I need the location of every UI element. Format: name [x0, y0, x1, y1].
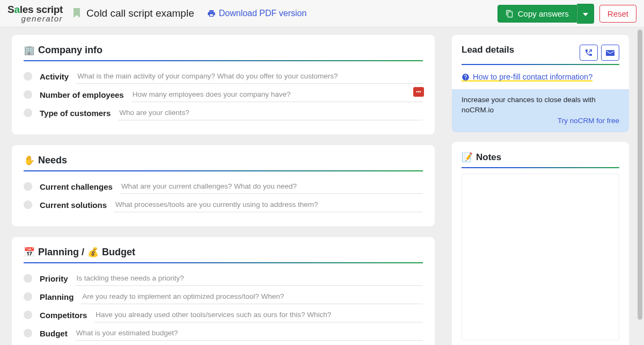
field-input-challenges[interactable] [120, 179, 423, 194]
copy-icon [506, 10, 514, 18]
field-customers: Type of customers [24, 105, 423, 120]
question-circle-icon [462, 73, 470, 81]
download-pdf-link[interactable]: Download PDF version [207, 9, 307, 18]
sidebar-column: Lead details How to pre-fill contact inf… [452, 35, 636, 345]
field-planning: Planning [24, 289, 423, 304]
logo-text-s: S [8, 4, 14, 15]
scrollbar-thumb[interactable] [638, 30, 642, 320]
field-label: Current solutions [40, 200, 107, 210]
lead-details-title: Lead details [462, 45, 514, 55]
copy-answers-button[interactable]: Copy answers [497, 5, 577, 23]
field-competitors: Competitors [24, 307, 423, 322]
field-label: Activity [40, 72, 69, 81]
section-needs: ✋ Needs Current challenges Current solut… [12, 145, 435, 226]
section-title: Company info [38, 45, 103, 56]
phone-button[interactable] [580, 45, 598, 61]
field-radio[interactable] [24, 311, 32, 319]
main-column: 🏢 Company info Activity Number of employ… [12, 35, 437, 345]
section-planning-budget: 📅 Planning / 💰 Budget Priority Planning … [12, 237, 435, 345]
field-challenges: Current challenges [24, 179, 423, 194]
reset-button[interactable]: Reset [599, 5, 636, 23]
building-icon: 🏢 [24, 45, 35, 56]
print-icon [207, 9, 216, 18]
phone-arrow-icon [584, 48, 593, 57]
field-solutions: Current solutions [24, 197, 423, 212]
field-radio[interactable] [24, 200, 32, 209]
logo-subtext: generator [8, 15, 63, 23]
bookmark-icon[interactable] [72, 8, 81, 20]
promo-banner: Increase your chances to close deals wit… [452, 89, 629, 133]
field-radio[interactable] [24, 292, 32, 301]
field-priority: Priority [24, 271, 423, 286]
header-actions: Copy answers Reset [497, 4, 636, 24]
field-label: Budget [40, 329, 68, 338]
try-nocrm-link[interactable]: Try noCRM for free [462, 116, 619, 126]
notes-textarea[interactable] [462, 174, 619, 340]
notes-title: Notes [476, 152, 501, 163]
hand-icon: ✋ [24, 155, 35, 166]
field-radio[interactable] [24, 182, 32, 191]
email-button[interactable] [601, 45, 619, 61]
field-radio[interactable] [24, 329, 32, 337]
promo-text: Increase your chances to close deals wit… [462, 96, 596, 114]
notes-header: 📝 Notes [462, 152, 619, 168]
field-input-competitors[interactable] [94, 307, 423, 322]
field-radio[interactable] [24, 109, 32, 117]
field-label: Current challenges [40, 182, 113, 191]
field-employees: Number of employees ••• [24, 87, 423, 102]
section-title: Needs [38, 155, 67, 166]
lead-details-card: Lead details How to pre-fill contact inf… [452, 35, 629, 132]
field-input-priority[interactable] [76, 271, 423, 286]
moneybag-icon: 💰 [87, 247, 99, 258]
copy-answers-dropdown[interactable] [577, 4, 594, 24]
lead-divider [462, 64, 619, 65]
field-input-solutions[interactable] [114, 197, 423, 212]
field-budget: Budget [24, 326, 423, 341]
field-radio[interactable] [24, 72, 32, 81]
app-header: Sales script generator Cold call script … [0, 0, 644, 27]
section-header: ✋ Needs [24, 155, 423, 171]
field-label: Planning [40, 292, 74, 301]
section-title-prefix: Planning / [38, 247, 84, 258]
prefill-help-label: How to pre-fill contact information? [473, 73, 592, 81]
field-input-planning[interactable] [81, 289, 423, 304]
logo-text-accent: a [14, 4, 19, 15]
memo-icon: 📝 [462, 152, 473, 163]
field-input-employees[interactable] [131, 87, 423, 102]
prefill-help-link[interactable]: How to pre-fill contact information? [462, 73, 592, 82]
calendar-icon: 📅 [24, 247, 35, 258]
extension-badge[interactable]: ••• [413, 87, 424, 97]
field-label: Competitors [40, 311, 87, 320]
field-label: Number of employees [40, 90, 124, 99]
page-scrollbar[interactable] [638, 30, 642, 341]
section-header: 🏢 Company info [24, 45, 423, 61]
section-header: 📅 Planning / 💰 Budget [24, 247, 423, 263]
copy-answers-label: Copy answers [518, 9, 569, 18]
field-radio[interactable] [24, 274, 32, 283]
notes-card: 📝 Notes [452, 142, 629, 345]
section-company-info: 🏢 Company info Activity Number of employ… [12, 35, 435, 134]
envelope-icon [606, 49, 614, 56]
section-title-suffix: Budget [102, 247, 135, 258]
field-input-customers[interactable] [118, 105, 423, 120]
field-label: Type of customers [40, 109, 111, 118]
chevron-down-icon [583, 13, 588, 16]
logo-text-rest: les script [20, 4, 63, 15]
page-title: Cold call script example [86, 8, 194, 19]
field-radio[interactable] [24, 90, 32, 99]
field-input-budget[interactable] [75, 326, 423, 341]
field-activity: Activity [24, 69, 423, 84]
app-logo: Sales script generator [8, 4, 63, 23]
field-input-activity[interactable] [76, 69, 423, 84]
download-pdf-label: Download PDF version [219, 9, 307, 18]
field-label: Priority [40, 274, 68, 283]
